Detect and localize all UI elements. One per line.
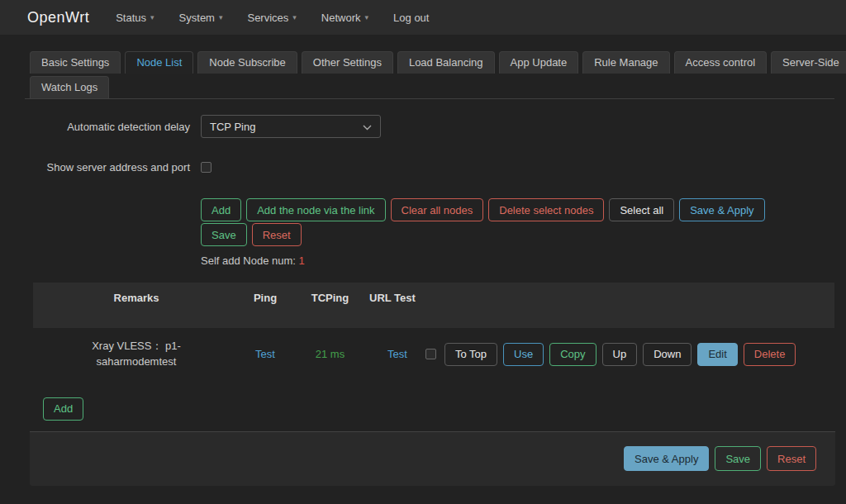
select-all-button[interactable]: Select all bbox=[609, 198, 674, 221]
tab-other-settings[interactable]: Other Settings bbox=[302, 51, 393, 74]
node-remarks: Xray VLESS： p1-saharmodemtest bbox=[74, 339, 198, 370]
nav-item-label: Log out bbox=[393, 12, 429, 24]
tab-app-update[interactable]: App Update bbox=[499, 51, 579, 74]
nav-item-label: System bbox=[179, 12, 215, 24]
tab-load-balancing[interactable]: Load Balancing bbox=[397, 51, 495, 74]
tcping-cell: 21 ms bbox=[291, 348, 369, 360]
url-test-link[interactable]: Test bbox=[387, 348, 407, 360]
to-top-button[interactable]: To Top bbox=[444, 343, 497, 366]
node-count-label: Self add Node num: bbox=[201, 254, 296, 267]
down-button[interactable]: Down bbox=[643, 343, 692, 366]
tab-bar: Basic Settings Node List Node Subscribe … bbox=[25, 51, 834, 99]
node-remarks-cell: Xray VLESS： p1-saharmodemtest bbox=[33, 339, 240, 370]
detection-delay-select[interactable]: TCP Ping bbox=[201, 115, 381, 138]
action-row-2: Save Reset bbox=[201, 223, 846, 246]
node-table-header: Remarks Ping TCPing URL Test bbox=[33, 283, 834, 328]
header-ping: Ping bbox=[240, 292, 291, 328]
ping-cell: Test bbox=[240, 348, 291, 360]
edit-button[interactable]: Edit bbox=[697, 343, 737, 366]
use-button[interactable]: Use bbox=[503, 343, 544, 366]
add-button[interactable]: Add bbox=[201, 198, 241, 221]
nav-item-label: Services bbox=[247, 12, 288, 24]
header-actions bbox=[425, 292, 834, 328]
tab-node-subscribe[interactable]: Node Subscribe bbox=[197, 51, 297, 74]
node-table: Remarks Ping TCPing URL Test Xray VLESS：… bbox=[33, 283, 834, 384]
nav-item-status[interactable]: Status ▾ bbox=[116, 12, 154, 24]
ping-test-link[interactable]: Test bbox=[255, 348, 275, 360]
tab-access-control[interactable]: Access control bbox=[674, 51, 768, 74]
show-address-row: Show server address and port bbox=[25, 161, 846, 174]
header-tcping: TCPing bbox=[291, 292, 369, 328]
header-remarks: Remarks bbox=[33, 292, 240, 328]
detection-delay-value: TCP Ping bbox=[210, 121, 255, 133]
detection-delay-label: Automatic detection delay bbox=[25, 121, 190, 133]
add-node-button-bottom[interactable]: Add bbox=[43, 397, 83, 421]
node-actions: Add Add the node via the link Clear all … bbox=[201, 198, 846, 267]
chevron-down-icon: ▾ bbox=[292, 13, 297, 21]
tab-row-1: Basic Settings Node List Node Subscribe … bbox=[30, 51, 834, 74]
reset-button-top[interactable]: Reset bbox=[252, 223, 302, 246]
chevron-down-icon: ▾ bbox=[150, 13, 154, 21]
top-navbar: OpenWrt Status ▾ System ▾ Services ▾ Net… bbox=[0, 0, 846, 35]
delete-button[interactable]: Delete bbox=[744, 343, 796, 366]
tab-server-side[interactable]: Server-Side bbox=[771, 51, 846, 74]
save-apply-button-footer[interactable]: Save & Apply bbox=[624, 446, 709, 471]
chevron-down-icon: ▾ bbox=[219, 13, 223, 21]
table-row: Xray VLESS： p1-saharmodemtest Test 21 ms… bbox=[33, 328, 834, 384]
nav-item-logout[interactable]: Log out bbox=[393, 12, 429, 24]
nav-item-system[interactable]: System ▾ bbox=[179, 12, 223, 24]
add-node-via-link-button[interactable]: Add the node via the link bbox=[246, 198, 385, 221]
openwrt-logo[interactable]: OpenWrt bbox=[27, 9, 89, 26]
node-count-text: Self add Node num: 1 bbox=[201, 254, 846, 267]
chevron-down-icon bbox=[363, 121, 372, 133]
delete-select-nodes-button[interactable]: Delete select nodes bbox=[488, 198, 604, 221]
save-button-footer[interactable]: Save bbox=[715, 446, 761, 471]
tab-rule-manage[interactable]: Rule Manage bbox=[582, 51, 669, 74]
chevron-down-icon: ▾ bbox=[365, 13, 369, 21]
nav-item-label: Network bbox=[321, 12, 361, 24]
detection-delay-row: Automatic detection delay TCP Ping bbox=[25, 115, 846, 138]
action-row-1: Add Add the node via the link Clear all … bbox=[201, 198, 846, 221]
tab-node-list[interactable]: Node List bbox=[125, 51, 193, 74]
reset-button-footer[interactable]: Reset bbox=[767, 446, 816, 471]
tab-basic-settings[interactable]: Basic Settings bbox=[30, 51, 121, 74]
footer-action-bar: Save & Apply Save Reset bbox=[30, 431, 835, 486]
show-address-checkbox[interactable] bbox=[201, 162, 212, 173]
url-test-cell: Test bbox=[369, 348, 425, 360]
nav-item-network[interactable]: Network ▾ bbox=[321, 12, 368, 24]
nav-item-services[interactable]: Services ▾ bbox=[247, 12, 296, 24]
show-address-label: Show server address and port bbox=[25, 161, 190, 174]
header-url-test: URL Test bbox=[369, 292, 425, 328]
clear-all-nodes-button[interactable]: Clear all nodes bbox=[391, 198, 484, 221]
tab-watch-logs[interactable]: Watch Logs bbox=[30, 76, 109, 98]
row-actions-cell: To Top Use Copy Up Down Edit Delete bbox=[425, 343, 834, 366]
save-button-top[interactable]: Save bbox=[201, 223, 247, 246]
up-button[interactable]: Up bbox=[602, 343, 638, 366]
nav-item-label: Status bbox=[116, 12, 146, 24]
row-select-checkbox[interactable] bbox=[425, 349, 436, 359]
copy-button[interactable]: Copy bbox=[549, 343, 596, 366]
node-count-value: 1 bbox=[299, 254, 305, 267]
tcping-latency: 21 ms bbox=[316, 348, 345, 360]
tab-row-2: Watch Logs bbox=[30, 76, 834, 98]
save-apply-button-top[interactable]: Save & Apply bbox=[679, 198, 764, 221]
